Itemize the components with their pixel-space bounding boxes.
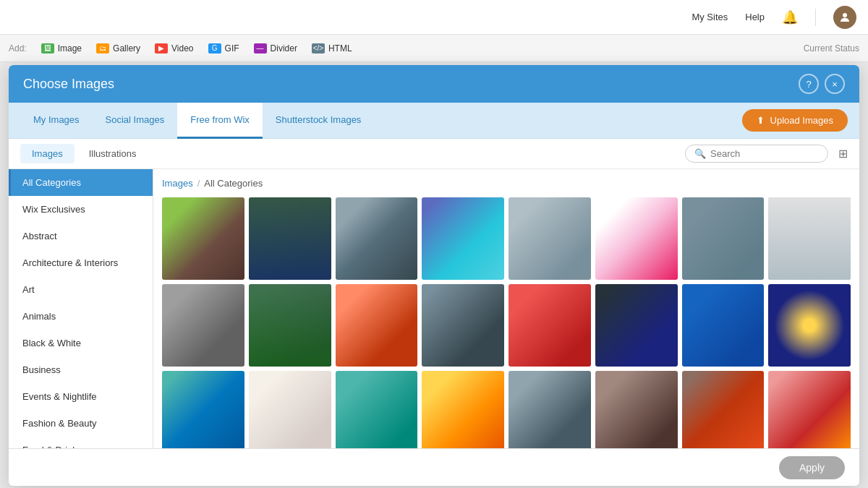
image-thumb[interactable]	[768, 284, 851, 367]
modal-help-button[interactable]: ?	[799, 74, 819, 94]
upload-icon: ⬆	[757, 115, 765, 126]
image-thumb[interactable]	[595, 371, 678, 449]
image-thumb[interactable]	[768, 197, 851, 280]
my-sites-link[interactable]: My Sites	[692, 12, 728, 22]
sub-tab-bar: Images Illustrations 🔍 ⊞	[9, 139, 859, 169]
breadcrumb-images[interactable]: Images	[162, 178, 193, 189]
image-thumb[interactable]	[336, 371, 418, 449]
upload-label: Upload Images	[770, 115, 833, 126]
search-box: 🔍	[685, 145, 828, 163]
gallery-toolbar-icon: 🗂	[96, 43, 109, 53]
image-thumb[interactable]	[682, 197, 765, 280]
divider-toolbar-icon: —	[254, 43, 267, 53]
image-thumb[interactable]	[249, 284, 331, 367]
tab-shutterstock[interactable]: Shutterstock Images	[263, 103, 375, 139]
image-thumb[interactable]	[422, 371, 504, 449]
sidebar-item-abstract[interactable]: Abstract	[9, 223, 153, 249]
help-link[interactable]: Help	[745, 12, 765, 22]
modal-header: Choose Images ? ×	[9, 65, 859, 103]
image-thumb[interactable]	[336, 197, 418, 280]
image-thumb[interactable]	[682, 284, 765, 367]
top-nav: My Sites Help 🔔	[0, 0, 868, 35]
search-input[interactable]	[710, 148, 819, 159]
sidebar-item-black-white[interactable]: Black & White	[9, 330, 153, 356]
tab-bar: My Images Social Images Free from Wix Sh…	[9, 103, 859, 139]
divider-toolbar-label: Divider	[271, 43, 297, 53]
avatar[interactable]	[833, 6, 856, 29]
sidebar-item-events-nightlife[interactable]: Events & Nightlife	[9, 383, 153, 410]
gallery-toolbar-label: Gallery	[113, 43, 140, 53]
grid-view-icon[interactable]: ⊞	[838, 147, 848, 160]
svg-point-0	[843, 13, 847, 17]
image-thumb[interactable]	[162, 371, 244, 449]
toolbar-item-image[interactable]: 🖼 Image	[41, 43, 82, 53]
image-thumb[interactable]	[336, 284, 418, 367]
tab-free-from-wix[interactable]: Free from Wix	[177, 103, 263, 139]
image-toolbar-icon: 🖼	[41, 43, 54, 53]
image-area: Images / All Categories	[153, 169, 859, 448]
subtab-illustrations[interactable]: Illustrations	[77, 144, 148, 163]
image-thumb[interactable]	[162, 197, 244, 280]
html-toolbar-icon: </>	[312, 43, 325, 53]
sidebar: All Categories Wix Exclusives Abstract A…	[9, 169, 153, 448]
image-thumb[interactable]	[249, 197, 331, 280]
bell-icon[interactable]: 🔔	[782, 9, 798, 25]
image-thumb[interactable]	[422, 197, 504, 280]
image-thumb[interactable]	[509, 371, 591, 449]
image-thumb[interactable]	[682, 371, 765, 449]
upload-images-button[interactable]: ⬆ Upload Images	[742, 109, 848, 132]
image-thumb[interactable]	[422, 284, 504, 367]
apply-button[interactable]: Apply	[779, 456, 845, 479]
main-content: All Categories Wix Exclusives Abstract A…	[9, 169, 859, 448]
sidebar-item-wix-exclusives[interactable]: Wix Exclusives	[9, 196, 153, 223]
image-thumb[interactable]	[249, 371, 331, 449]
sidebar-item-food-drink[interactable]: Food & Drink	[9, 437, 153, 448]
sidebar-item-architecture-interiors[interactable]: Architecture & Interiors	[9, 249, 153, 276]
image-thumb[interactable]	[509, 284, 591, 367]
breadcrumb-current: All Categories	[204, 178, 263, 189]
toolbar: Add: 🖼 Image 🗂 Gallery ▶ Video G GIF — D…	[0, 35, 868, 62]
toolbar-item-video[interactable]: ▶ Video	[155, 43, 193, 53]
image-thumb[interactable]	[162, 284, 244, 367]
gif-toolbar-label: GIF	[225, 43, 239, 53]
image-toolbar-label: Image	[58, 43, 82, 53]
image-grid	[162, 197, 851, 448]
breadcrumb-separator: /	[197, 178, 200, 189]
modal-close-button[interactable]: ×	[825, 74, 845, 94]
add-label: Add:	[9, 43, 27, 53]
video-toolbar-icon: ▶	[155, 43, 168, 53]
choose-images-modal: Choose Images ? × My Images Social Image…	[9, 65, 859, 486]
modal-title: Choose Images	[23, 77, 114, 92]
image-thumb[interactable]	[768, 371, 851, 449]
gif-toolbar-icon: G	[208, 43, 221, 53]
subtab-images[interactable]: Images	[20, 144, 75, 163]
sidebar-item-animals[interactable]: Animals	[9, 303, 153, 330]
toolbar-item-html[interactable]: </> HTML	[312, 43, 352, 53]
image-thumb[interactable]	[509, 197, 591, 280]
tab-social-images[interactable]: Social Images	[93, 103, 178, 139]
image-thumb[interactable]	[595, 284, 678, 367]
tab-my-images[interactable]: My Images	[20, 103, 93, 139]
toolbar-item-gallery[interactable]: 🗂 Gallery	[96, 43, 140, 53]
current-status-text: Current Status	[804, 43, 859, 53]
html-toolbar-label: HTML	[328, 43, 352, 53]
nav-separator	[815, 9, 816, 26]
image-thumb[interactable]	[595, 197, 678, 280]
toolbar-item-divider[interactable]: — Divider	[254, 43, 297, 53]
sidebar-item-art[interactable]: Art	[9, 276, 153, 303]
search-icon: 🔍	[694, 148, 706, 159]
sidebar-item-fashion-beauty[interactable]: Fashion & Beauty	[9, 410, 153, 437]
breadcrumb: Images / All Categories	[162, 178, 851, 189]
video-toolbar-label: Video	[171, 43, 193, 53]
toolbar-item-gif[interactable]: G GIF	[208, 43, 239, 53]
modal-footer: Apply	[9, 448, 859, 486]
sidebar-item-business[interactable]: Business	[9, 356, 153, 383]
sidebar-item-all-categories[interactable]: All Categories	[9, 169, 153, 196]
modal-header-actions: ? ×	[799, 74, 845, 94]
